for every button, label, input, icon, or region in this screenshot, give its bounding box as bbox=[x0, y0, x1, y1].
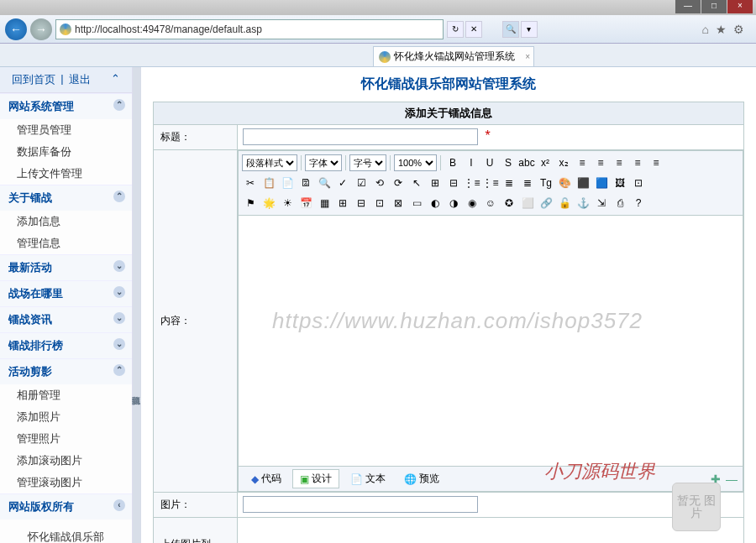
editor-tool-button[interactable]: ✓ bbox=[334, 175, 351, 191]
sidebar-section-field[interactable]: 战场在哪里⌄ bbox=[0, 280, 132, 306]
editor-insert-button[interactable]: ⇲ bbox=[593, 195, 610, 211]
refresh-button[interactable]: ↻ bbox=[447, 21, 464, 38]
sidebar-item[interactable]: 添加滚动图片 bbox=[0, 450, 132, 472]
minimize-button[interactable]: — bbox=[675, 0, 701, 13]
tools-icon[interactable]: ⚙ bbox=[733, 23, 744, 36]
chevron-up-icon[interactable]: ⌃ bbox=[111, 72, 120, 87]
search-dropdown[interactable]: 🔍 bbox=[502, 21, 519, 38]
home-icon[interactable]: ⌂ bbox=[702, 23, 709, 36]
editor-insert-button[interactable]: 🔗 bbox=[538, 195, 554, 211]
editor-insert-button[interactable]: ☺ bbox=[482, 195, 499, 211]
editor-tool-button[interactable]: 🖺 bbox=[297, 175, 314, 191]
sidebar-item[interactable]: 数据库备份 bbox=[0, 141, 132, 163]
editor-tool-button[interactable]: 🟦 bbox=[593, 175, 610, 191]
editor-tool-button[interactable]: ⊟ bbox=[445, 175, 462, 191]
editor-insert-button[interactable]: ⊡ bbox=[371, 195, 388, 211]
editor-insert-button[interactable]: ? bbox=[630, 195, 647, 211]
editor-format-button[interactable]: ≡ bbox=[629, 154, 646, 171]
editor-tool-button[interactable]: ≣ bbox=[519, 175, 536, 191]
editor-insert-button[interactable]: ◑ bbox=[445, 195, 462, 211]
back-button[interactable]: ← bbox=[5, 18, 27, 40]
editor-insert-button[interactable]: 🌟 bbox=[260, 195, 277, 211]
editor-select-sel1[interactable]: 段落样式 bbox=[242, 154, 297, 171]
editor-select-sel3[interactable]: 字号 bbox=[349, 154, 386, 171]
editor-tool-button[interactable]: 🖼 bbox=[612, 175, 628, 191]
sidebar-logout-link[interactable]: 退出 bbox=[69, 72, 91, 87]
editor-tool-button[interactable]: 📄 bbox=[279, 175, 296, 191]
editor-tool-button[interactable]: ⊡ bbox=[630, 175, 647, 191]
sidebar-item-manage[interactable]: 管理信息 bbox=[0, 232, 132, 254]
editor-insert-button[interactable]: 📅 bbox=[297, 195, 314, 211]
pic-input[interactable] bbox=[243, 496, 478, 513]
editor-format-button[interactable]: I bbox=[463, 154, 480, 171]
sidebar-section-news[interactable]: 最新活动⌄ bbox=[0, 254, 132, 280]
editor-format-button[interactable]: ≡ bbox=[648, 154, 664, 171]
editor-insert-button[interactable]: ▦ bbox=[316, 195, 333, 211]
editor-format-button[interactable]: ≡ bbox=[574, 154, 591, 171]
editor-tab-preview[interactable]: 🌐预览 bbox=[396, 469, 447, 488]
editor-tool-button[interactable]: ⊞ bbox=[427, 175, 444, 191]
editor-insert-button[interactable]: ⎙ bbox=[612, 195, 628, 211]
sidebar-item[interactable]: 管理员管理 bbox=[0, 119, 132, 141]
maximize-button[interactable]: □ bbox=[701, 0, 727, 13]
browser-tab[interactable]: 怀化烽火镭战网站管理系统 × bbox=[373, 46, 534, 66]
editor-tool-button[interactable]: 🔍 bbox=[316, 175, 333, 191]
editor-insert-button[interactable]: ⬜ bbox=[519, 195, 536, 211]
sidebar-section-rank[interactable]: 镭战排行榜⌄ bbox=[0, 332, 132, 358]
sidebar-section-gallery[interactable]: 活动剪影⌃ bbox=[0, 358, 132, 384]
forward-button[interactable]: → bbox=[30, 18, 52, 40]
editor-tool-button[interactable]: ⟳ bbox=[390, 175, 407, 191]
sidebar-item[interactable]: 添加照片 bbox=[0, 406, 132, 428]
favorites-icon[interactable]: ★ bbox=[716, 23, 727, 36]
editor-tool-button[interactable]: ↖ bbox=[408, 175, 425, 191]
tab-close-icon[interactable]: × bbox=[525, 52, 530, 61]
editor-format-button[interactable]: ≡ bbox=[611, 154, 627, 171]
editor-insert-button[interactable]: ⚓ bbox=[575, 195, 591, 211]
editor-insert-button[interactable]: ◉ bbox=[464, 195, 480, 211]
editor-format-button[interactable]: x₂ bbox=[555, 154, 572, 171]
editor-tool-button[interactable]: 📋 bbox=[260, 175, 277, 191]
sidebar-section-about[interactable]: 关于镭战⌃ bbox=[0, 185, 132, 211]
sidebar-home-link[interactable]: 回到首页 bbox=[12, 72, 55, 87]
sidebar-item[interactable]: 上传文件管理 bbox=[0, 163, 132, 185]
close-button[interactable]: × bbox=[727, 0, 753, 13]
editor-canvas[interactable]: https://www.huzhan.com/ishop3572 bbox=[238, 215, 743, 467]
address-bar[interactable]: http://localhost:49478/manage/default.as… bbox=[55, 19, 444, 39]
compat-button[interactable]: ▾ bbox=[521, 21, 538, 38]
editor-format-button[interactable]: x² bbox=[537, 154, 554, 171]
editor-insert-button[interactable]: ✪ bbox=[501, 195, 517, 211]
editor-format-button[interactable]: S bbox=[500, 154, 517, 171]
editor-format-button[interactable]: U bbox=[481, 154, 498, 171]
sidebar-item[interactable]: 相册管理 bbox=[0, 384, 132, 406]
editor-format-button[interactable]: B bbox=[444, 154, 461, 171]
editor-insert-button[interactable]: ⚑ bbox=[242, 195, 259, 211]
editor-insert-button[interactable]: ⊟ bbox=[353, 195, 370, 211]
editor-tool-button[interactable]: ⟲ bbox=[371, 175, 388, 191]
sidebar-item-add[interactable]: 添加信息 bbox=[0, 211, 132, 232]
editor-tab-design[interactable]: ▣设计 bbox=[292, 469, 339, 488]
editor-select-sel4[interactable]: 100% bbox=[394, 154, 437, 171]
editor-tool-button[interactable]: 🎨 bbox=[556, 175, 573, 191]
editor-insert-button[interactable]: ⊞ bbox=[334, 195, 351, 211]
sidebar-section-system[interactable]: 网站系统管理⌃ bbox=[0, 93, 132, 119]
sidebar-item[interactable]: 管理滚动图片 bbox=[0, 472, 132, 493]
editor-tool-button[interactable]: ≣ bbox=[501, 175, 517, 191]
editor-tool-button[interactable]: ⬛ bbox=[575, 175, 591, 191]
title-input[interactable] bbox=[243, 128, 478, 145]
sidebar-section-info[interactable]: 镭战资讯⌄ bbox=[0, 306, 132, 332]
editor-tool-button[interactable]: ✂ bbox=[242, 175, 259, 191]
sidebar-toggle[interactable]: 隐藏切换 bbox=[133, 67, 141, 543]
editor-insert-button[interactable]: ◐ bbox=[427, 195, 444, 211]
editor-insert-button[interactable]: ☀ bbox=[279, 195, 296, 211]
sidebar-item[interactable]: 管理照片 bbox=[0, 428, 132, 450]
editor-insert-button[interactable]: ▭ bbox=[408, 195, 425, 211]
editor-tool-button[interactable]: ⋮≡ bbox=[482, 175, 499, 191]
editor-insert-button[interactable]: ⊠ bbox=[390, 195, 407, 211]
editor-collapse-icon[interactable]: — bbox=[726, 473, 738, 486]
editor-insert-button[interactable]: 🔓 bbox=[556, 195, 573, 211]
editor-tool-button[interactable]: Tg bbox=[538, 175, 554, 191]
stop-button[interactable]: ✕ bbox=[465, 21, 482, 38]
editor-tab-code[interactable]: ◆代码 bbox=[244, 469, 289, 488]
editor-tab-text[interactable]: 📄文本 bbox=[343, 469, 393, 488]
editor-format-button[interactable]: ≡ bbox=[592, 154, 609, 171]
